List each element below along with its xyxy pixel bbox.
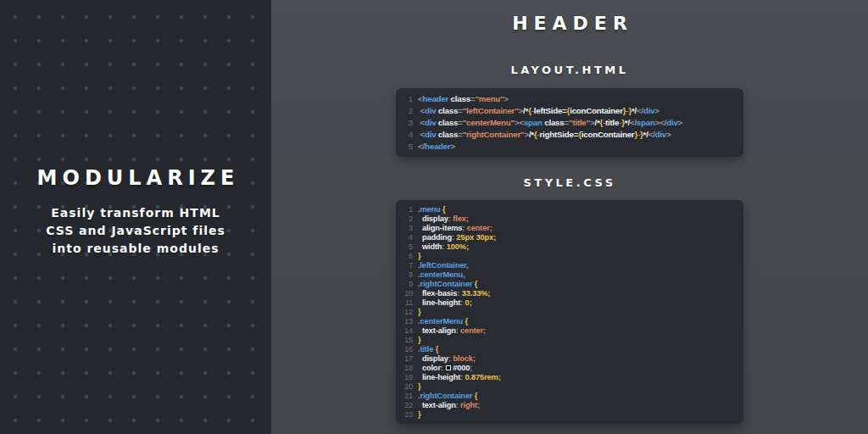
line-number: 10 (403, 289, 413, 298)
line-number: 5 (403, 242, 413, 252)
brand-panel: MODULARIZE Easily transform HTML CSS and… (0, 0, 271, 434)
code-line: 1<header class="menu"> (403, 93, 736, 105)
line-number: 7 (403, 261, 413, 270)
code-line: 23} (403, 410, 736, 420)
line-number: 9 (403, 280, 413, 289)
tagline-line: into reusable modules (37, 240, 235, 258)
code-line: 4 <div class="rightContainer">/*{-rightS… (403, 129, 736, 141)
tagline-line: Easily transform HTML (37, 204, 235, 222)
code-block-layout-html: 1<header class="menu">2 <div class="left… (396, 88, 743, 157)
code-line: 16.title { (403, 345, 736, 354)
code-line: 19 line-height: 0.875rem; (403, 373, 736, 382)
code-line: 12} (403, 308, 736, 317)
preview-panel: HEADER LAYOUT.HTML 1<header class="menu"… (271, 0, 868, 434)
line-number: 15 (403, 336, 413, 345)
brand-title: MODULARIZE (37, 166, 240, 190)
code-line: 5 width: 100%; (403, 242, 736, 252)
line-number: 17 (403, 354, 413, 364)
line-number: 3 (403, 224, 413, 233)
file-label-style-css: STYLE.CSS (523, 176, 615, 190)
code-line: 7.leftContainer, (403, 261, 736, 270)
line-number: 13 (403, 317, 413, 326)
code-block-style-css: 1.menu {2 display: flex;3 align-items: c… (396, 200, 743, 424)
line-number: 4 (403, 233, 413, 242)
line-number: 19 (403, 373, 413, 382)
code-line: 9.rightContainer { (403, 280, 736, 289)
line-number: 1 (403, 205, 413, 214)
file-label-layout-html: LAYOUT.HTML (511, 64, 629, 77)
code-line: 11 line-height: 0; (403, 298, 736, 308)
code-line: 20} (403, 382, 736, 392)
code-line: 1.menu { (403, 205, 736, 214)
color-swatch-icon (446, 365, 451, 370)
code-line: 22 text-align: right; (403, 401, 736, 410)
code-line: 3 <div class="centerMenu"><span class="t… (403, 117, 736, 129)
line-number: 5 (403, 141, 413, 153)
section-layout-html: LAYOUT.HTML 1<header class="menu">2 <div… (396, 36, 743, 157)
code-line: 2 <div class="leftContainer">/*{-leftSid… (403, 105, 736, 117)
line-number: 22 (403, 401, 413, 410)
line-number: 2 (403, 105, 413, 117)
code-line: 5</header> (403, 141, 736, 153)
code-line: 4 padding: 25px 30px; (403, 233, 736, 242)
line-number: 6 (403, 252, 413, 261)
page: MODULARIZE Easily transform HTML CSS and… (0, 0, 868, 434)
line-number: 4 (403, 129, 413, 141)
line-number: 1 (403, 93, 413, 105)
line-number: 20 (403, 382, 413, 392)
code-line: 17 display: block; (403, 354, 736, 364)
code-line: 2 display: flex; (403, 214, 736, 224)
line-number: 16 (403, 345, 413, 354)
component-title: HEADER (512, 11, 633, 36)
line-number: 2 (403, 214, 413, 224)
code-line: 18 color: #000; (403, 364, 736, 373)
tagline-line: CSS and JavaScript files (37, 222, 235, 240)
line-number: 11 (403, 298, 413, 308)
code-line: 21.rightContainer { (403, 392, 736, 401)
code-line: 3 align-items: center; (403, 224, 736, 233)
code-line: 13.centerMenu { (403, 317, 736, 326)
line-number: 21 (403, 392, 413, 401)
line-number: 14 (403, 326, 413, 336)
line-number: 23 (403, 410, 413, 420)
line-number: 12 (403, 308, 413, 317)
line-number: 8 (403, 270, 413, 280)
code-line: 6} (403, 252, 736, 261)
code-line: 14 text-align: center; (403, 326, 736, 336)
brand-tagline: Easily transform HTML CSS and JavaScript… (37, 204, 235, 258)
brand-block: MODULARIZE Easily transform HTML CSS and… (37, 166, 235, 258)
section-style-css: STYLE.CSS 1.menu {2 display: flex;3 alig… (396, 157, 743, 424)
code-line: 10 flex-basis: 33.33%; (403, 289, 736, 298)
line-number: 3 (403, 117, 413, 129)
code-line: 15} (403, 336, 736, 345)
code-line: 8.centerMenu, (403, 270, 736, 280)
line-number: 18 (403, 364, 413, 373)
